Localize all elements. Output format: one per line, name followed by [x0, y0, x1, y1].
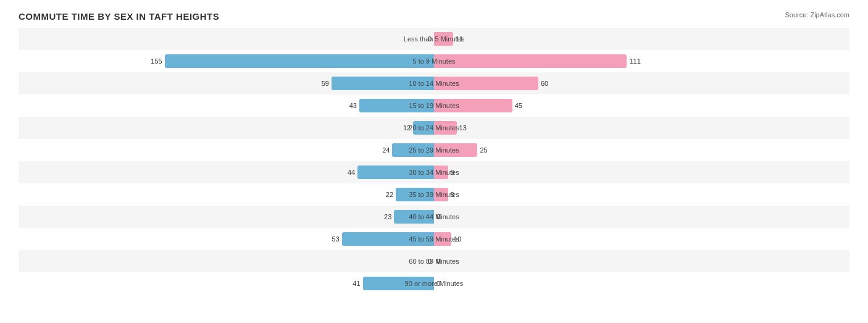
left-section: 43: [19, 94, 434, 117]
male-value: 44: [348, 169, 355, 176]
female-value-zero: 0: [436, 213, 440, 220]
female-value: 8: [451, 191, 454, 198]
female-value: 13: [459, 124, 467, 132]
chart-container: COMMUTE TIME BY SEX IN TAFT HEIGHTS Sour…: [0, 0, 868, 323]
male-bar: [363, 277, 434, 290]
female-value: 60: [541, 80, 548, 87]
right-section: 8: [434, 183, 849, 206]
table-row: 43 15 to 19 Minutes 45: [19, 94, 849, 117]
female-value: 111: [629, 57, 640, 65]
left-section: 59: [19, 72, 434, 94]
right-section: 25: [434, 139, 849, 161]
female-value: 11: [456, 35, 463, 43]
male-value: 12: [403, 124, 411, 132]
source-label: Source: ZipAtlas.com: [785, 11, 849, 19]
female-value: 8: [451, 169, 454, 176]
female-bar: [434, 121, 457, 135]
right-section: 0: [434, 272, 849, 295]
table-row: 12 20 to 24 Minutes 13: [19, 117, 849, 139]
female-value-zero: 0: [436, 258, 440, 265]
left-section: 23: [19, 206, 434, 228]
female-value: 45: [515, 102, 522, 109]
left-section: 0: [19, 28, 434, 50]
right-section: 111: [434, 50, 849, 72]
male-value: 53: [332, 235, 340, 243]
table-row: 59 10 to 14 Minutes 60: [19, 72, 849, 94]
right-section: 11: [434, 28, 849, 50]
left-section: 22: [19, 183, 434, 206]
female-bar: [434, 99, 512, 112]
table-row: 24 25 to 29 Minutes 25: [19, 139, 849, 161]
right-section: 0: [434, 206, 849, 228]
male-value: 23: [384, 213, 391, 220]
male-value: 59: [322, 80, 329, 87]
male-bar: [332, 77, 434, 90]
right-section: 8: [434, 161, 849, 183]
female-bar: [434, 232, 451, 246]
right-section: 13: [434, 117, 849, 139]
female-value: 10: [454, 235, 461, 243]
male-value: 24: [382, 146, 390, 154]
female-bar: [434, 188, 448, 201]
male-bar: [165, 54, 434, 68]
right-section: 10: [434, 228, 849, 250]
male-bar: [396, 188, 434, 201]
right-section: 60: [434, 72, 849, 94]
table-row: 0 60 to 89 Minutes 0: [19, 250, 849, 272]
male-value: 22: [386, 191, 393, 198]
right-section: 45: [434, 94, 849, 117]
table-row: 155 5 to 9 Minutes 111: [19, 50, 849, 72]
female-value: 25: [480, 146, 487, 154]
female-bar: [434, 143, 477, 157]
female-bar: [434, 77, 538, 90]
table-row: 23 40 to 44 Minutes 0: [19, 206, 849, 228]
table-row: 44 30 to 34 Minutes 8: [19, 161, 849, 183]
male-bar: [357, 166, 434, 179]
left-section: 12: [19, 117, 434, 139]
male-bar: [342, 232, 434, 246]
chart-title: COMMUTE TIME BY SEX IN TAFT HEIGHTS: [19, 11, 849, 22]
right-section: 0: [434, 250, 849, 272]
left-section: 53: [19, 228, 434, 250]
table-row: 53 45 to 59 Minutes 10: [19, 228, 849, 250]
male-bar: [392, 143, 434, 157]
male-bar: [413, 121, 434, 135]
left-section: 41: [19, 272, 434, 295]
female-bar: [434, 166, 448, 179]
female-bar: [434, 32, 453, 46]
table-row: 0 Less than 5 Minutes 11: [19, 28, 849, 50]
female-bar: [434, 54, 627, 68]
left-section: 44: [19, 161, 434, 183]
male-value-zero: 0: [428, 35, 432, 43]
female-value-zero: 0: [436, 280, 440, 287]
male-value: 155: [151, 57, 162, 65]
left-section: 155: [19, 50, 434, 72]
left-section: 0: [19, 250, 434, 272]
left-section: 24: [19, 139, 434, 161]
chart-area: 0 Less than 5 Minutes 11 155 5 to 9 Minu…: [19, 28, 849, 272]
male-value-zero: 0: [428, 258, 432, 265]
male-bar: [359, 99, 434, 112]
table-row: 22 35 to 39 Minutes 8: [19, 183, 849, 206]
male-value: 43: [349, 102, 357, 109]
male-bar: [394, 210, 434, 224]
male-value: 41: [353, 280, 360, 287]
table-row: 41 90 or more Minutes 0: [19, 272, 849, 295]
